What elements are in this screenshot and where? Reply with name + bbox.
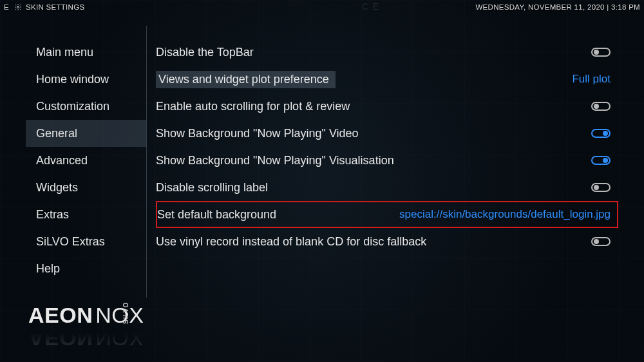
- setting-label: Show Background "Now Playing" Visualisat…: [156, 154, 394, 167]
- brand-word-1: AEON: [28, 303, 93, 328]
- setting-value: Full plot: [572, 73, 611, 86]
- brand-logo: AEON NOX SiLVO AEONNOX: [28, 303, 144, 350]
- setting-label: Use vinyl record instead of blank CD for…: [156, 235, 426, 249]
- setting-row-1[interactable]: Views and widget plot preferenceFull plo…: [156, 66, 618, 93]
- sidebar: Main menuHome windowCustomizationGeneral…: [26, 26, 147, 298]
- setting-label: Show Background "Now Playing" Video: [156, 127, 359, 140]
- setting-row-6[interactable]: Set default backgroundspecial://skin/bac…: [156, 201, 618, 228]
- toggle-switch[interactable]: [591, 183, 611, 192]
- setting-value: special://skin/backgrounds/default_login…: [399, 208, 611, 221]
- sidebar-item-label: SiLVO Extras: [36, 235, 105, 249]
- sidebar-item-label: Main menu: [36, 46, 93, 59]
- setting-row-0[interactable]: Disable the TopBar: [156, 39, 618, 66]
- sidebar-item-label: Extras: [36, 208, 69, 222]
- setting-row-3[interactable]: Show Background "Now Playing" Video: [156, 120, 618, 147]
- topbar: E SKIN SETTINGS WEDNESDAY, NOVEMBER 11, …: [0, 0, 644, 14]
- sidebar-item-label: Widgets: [36, 181, 78, 195]
- sidebar-item-label: Advanced: [36, 154, 88, 167]
- setting-row-4[interactable]: Show Background "Now Playing" Visualisat…: [156, 147, 618, 174]
- setting-row-5[interactable]: Disable scrolling label: [156, 174, 618, 201]
- svg-point-0: [17, 6, 19, 8]
- setting-label: Set default background: [157, 208, 276, 222]
- toggle-switch[interactable]: [591, 102, 611, 111]
- setting-label: Disable the TopBar: [156, 46, 254, 59]
- toggle-switch[interactable]: [591, 48, 611, 57]
- brand-sub: SiLVO: [122, 302, 129, 324]
- sidebar-item-customization[interactable]: Customization: [26, 93, 146, 120]
- setting-row-7[interactable]: Use vinyl record instead of blank CD for…: [156, 228, 618, 255]
- settings-panel: Disable the TopBarViews and widget plot …: [147, 26, 618, 298]
- sidebar-item-help[interactable]: Help: [26, 255, 146, 282]
- sidebar-item-label: Customization: [36, 100, 109, 113]
- sidebar-item-label: General: [36, 127, 77, 140]
- topbar-prefix: E: [4, 3, 9, 11]
- setting-label: Enable auto scrolling for plot & review: [156, 100, 350, 113]
- setting-label: Disable scrolling label: [156, 181, 268, 195]
- sidebar-item-widgets[interactable]: Widgets: [26, 174, 146, 201]
- sidebar-item-silvo-extras[interactable]: SiLVO Extras: [26, 228, 146, 255]
- setting-label: Views and widget plot preference: [156, 71, 336, 88]
- brand-word-2: NOX: [95, 303, 144, 328]
- sidebar-item-label: Help: [36, 262, 60, 276]
- sidebar-item-advanced[interactable]: Advanced: [26, 147, 146, 174]
- sidebar-item-home-window[interactable]: Home window: [26, 66, 146, 93]
- sidebar-item-extras[interactable]: Extras: [26, 201, 146, 228]
- toggle-switch[interactable]: [591, 237, 611, 246]
- sidebar-item-label: Home window: [36, 73, 109, 86]
- toggle-switch[interactable]: [591, 156, 611, 165]
- topbar-datetime: WEDNESDAY, NOVEMBER 11, 2020 | 3:18 PM: [475, 3, 640, 11]
- sidebar-item-general[interactable]: General: [26, 120, 146, 147]
- gear-icon: [14, 3, 22, 11]
- sidebar-item-main-menu[interactable]: Main menu: [26, 39, 146, 66]
- topbar-title: SKIN SETTINGS: [26, 3, 84, 11]
- toggle-switch[interactable]: [591, 129, 611, 138]
- setting-row-2[interactable]: Enable auto scrolling for plot & review: [156, 93, 618, 120]
